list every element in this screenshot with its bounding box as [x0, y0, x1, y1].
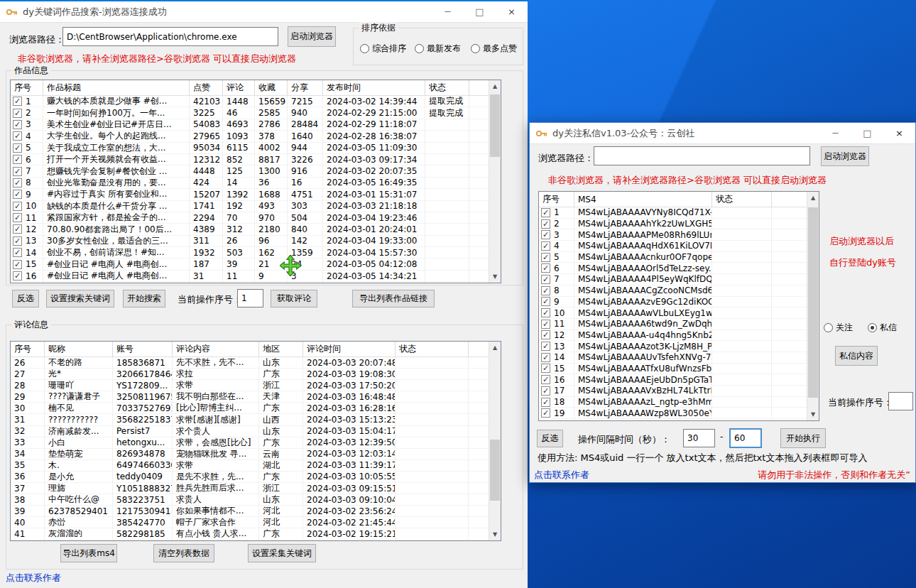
row-checkbox[interactable]: ✓ — [541, 408, 550, 418]
column-header[interactable]: MS4 — [574, 192, 712, 207]
close-button[interactable]: × — [883, 123, 915, 144]
table-row[interactable]: ✓8MS4wLjABAAAACgZcooNCMsd6lm... — [539, 285, 819, 297]
table-row[interactable]: 34垫垫萌宠826934878宠物猫咪批发 寻...云南2024-03-03 1… — [11, 449, 501, 460]
invert-selection-button[interactable]: 反选 — [12, 290, 39, 307]
table-row[interactable]: 33小白hetongxu...求带，会感恩[比心]广东2024-03-03 12… — [11, 437, 501, 449]
table-row[interactable]: 41灰溜溜的582298185有点小钱 贵人求...广东2024-03-02 1… — [11, 528, 501, 540]
launch-browser-button[interactable]: 启动浏览器 — [288, 26, 336, 47]
table-row[interactable]: ✓19MS4wLjABAAAAWzp8WL3050eYir... — [539, 408, 819, 419]
table-row[interactable]: ✓9#内容过于真实 所有要创业和...152071392168847512024… — [11, 189, 501, 200]
clear-list-button[interactable]: 清空列表数据 — [153, 544, 214, 562]
row-checkbox[interactable]: ✓ — [13, 202, 22, 211]
column-header[interactable]: 发布时间 — [323, 80, 425, 96]
column-header[interactable]: 序号 — [11, 80, 43, 96]
table-row[interactable]: ✓17MS4wLjABAAAAVxBzHL74LkTtrE... — [539, 386, 819, 397]
table-row[interactable]: ✓5MS4wLjABAAAAcnkur0OF7qopeq... — [539, 252, 819, 263]
row-checkbox[interactable]: ✓ — [13, 120, 22, 129]
row-checkbox[interactable]: ✓ — [13, 248, 22, 257]
column-header[interactable]: 评论时间 — [303, 342, 396, 357]
row-checkbox[interactable]: ✓ — [541, 275, 550, 284]
row-checkbox[interactable]: ✓ — [541, 297, 550, 306]
current-index-input[interactable] — [888, 392, 913, 410]
table-row[interactable]: 37理旆Y1051888327胜兵先胜而后求...浙江2024-03-03 09… — [11, 483, 501, 494]
maximize-button[interactable]: □ — [851, 123, 883, 144]
dm-radio[interactable] — [868, 323, 877, 332]
table-row[interactable]: ✓1MS4wLjABAAAAVYNy8ICQd71X-n... — [539, 207, 819, 219]
table-row[interactable]: ✓4MS4wLjABAAAAqHdX61KiLOV7LE... — [539, 241, 819, 252]
table-row[interactable]: ✓1270.80.90都套路出局了！00后...4389312218084020… — [11, 224, 501, 235]
table-row[interactable]: 40赤峃385424770帽子厂家求合作河北2024-03-02 21:45:4… — [11, 517, 501, 528]
dm-content-button[interactable]: 私信内容 — [835, 346, 878, 366]
row-checkbox[interactable]: ✓ — [541, 398, 550, 407]
vertical-scrollbar[interactable]: ▲▼ — [807, 192, 819, 420]
export-work-links-button[interactable]: 导出列表作品链接 — [352, 290, 435, 307]
follow-radio[interactable] — [824, 323, 833, 332]
table-row[interactable]: ✓14MS4wLjABAAAAUvTsfehXNVg-7Z... — [539, 352, 819, 364]
column-header[interactable]: 状态 — [712, 192, 772, 207]
column-header[interactable]: 作品标题 — [43, 80, 190, 96]
contact-author-link[interactable]: 点击联系作者 — [534, 469, 589, 481]
table-row[interactable]: ✓10MS4wLjABAAAAwVLbuLXEyg1w-x... — [539, 307, 819, 319]
column-header[interactable] — [772, 192, 808, 207]
scrollbar-thumb[interactable] — [808, 207, 818, 398]
table-row[interactable]: 32济南减龄发...Persist7求个贵人山东2024-03-03 15:04… — [11, 426, 501, 437]
row-checkbox[interactable]: ✓ — [541, 219, 550, 229]
table-row[interactable]: ✓3美术生创业#创业日记#开店日...540834693278628484202… — [11, 119, 501, 131]
browser-path-input[interactable] — [62, 27, 278, 46]
maximize-button[interactable]: □ — [464, 1, 496, 23]
row-checkbox[interactable]: ✓ — [541, 364, 550, 373]
table-row[interactable]: ✓15MS4wLjABAAAATfxU8ufWnzsFbe... — [539, 364, 819, 375]
row-checkbox[interactable]: ✓ — [541, 386, 550, 396]
sort-radio-newest[interactable] — [415, 44, 424, 53]
column-header[interactable]: 账号 — [113, 342, 173, 357]
column-header[interactable]: 序号 — [539, 192, 574, 207]
table-row[interactable]: ✓18MS4wLjABAAAAzL_ngtp-e3hMm4... — [539, 397, 819, 408]
row-checkbox[interactable]: ✓ — [541, 342, 550, 351]
table-row[interactable]: 31???????????35682251837求带[感谢][感谢]山西2024… — [11, 414, 501, 425]
row-checkbox[interactable]: ✓ — [541, 375, 550, 384]
table-row[interactable]: ✓9MS4wLjABAAAAzvE9Gc12diKOOx... — [539, 297, 819, 308]
interval-to-input[interactable] — [729, 428, 762, 448]
table-row[interactable]: 30楠不见70337527691[比心]帮博主纠...广东2024-03-03 … — [11, 403, 501, 414]
vertical-scrollbar[interactable]: ▲▼ — [489, 80, 501, 283]
table-row[interactable]: ✓4大学生创业。每个人的起跑线...27965109337816402024-0… — [11, 131, 501, 142]
current-index-input[interactable] — [237, 289, 263, 307]
column-header[interactable]: 地区 — [259, 342, 303, 357]
table-row[interactable]: 27光*32066178464求拉广东2024-03-03 19:08:30 — [11, 369, 501, 380]
scroll-up-icon[interactable]: ▲ — [807, 192, 819, 204]
scroll-down-icon[interactable]: ▼ — [807, 408, 819, 420]
row-checkbox[interactable]: ✓ — [13, 224, 22, 234]
table-row[interactable]: ✓6MS4wLjABAAAAOrl5dTeLzz-sey... — [539, 263, 819, 274]
row-checkbox[interactable]: ✓ — [13, 178, 22, 187]
scrollbar-thumb[interactable] — [490, 440, 500, 501]
row-checkbox[interactable]: ✓ — [541, 230, 550, 239]
table-row[interactable]: ✓16#创业日记 #电商人 #电商创...3111932024-03-05 14… — [11, 271, 501, 282]
column-header[interactable]: 状态 — [396, 342, 469, 357]
table-row[interactable]: ✓11紧跟国家方针，都是捡金子的...2294709705042024-03-0… — [11, 212, 501, 224]
scroll-down-icon[interactable]: ▼ — [489, 528, 501, 540]
row-checkbox[interactable]: ✓ — [13, 236, 22, 246]
scroll-up-icon[interactable]: ▲ — [489, 342, 501, 354]
row-checkbox[interactable]: ✓ — [13, 143, 22, 153]
table-row[interactable]: 36是小允teddy0409是先不求胜，先...广东2024-03-03 10:… — [11, 472, 501, 483]
row-checkbox[interactable]: ✓ — [541, 353, 550, 362]
row-checkbox[interactable]: ✓ — [541, 330, 550, 339]
browser-path-input[interactable] — [594, 146, 810, 165]
minimize-button[interactable]: ─ — [432, 1, 464, 23]
row-checkbox[interactable]: ✓ — [541, 308, 550, 317]
row-checkbox[interactable]: ✓ — [13, 109, 22, 118]
table-row[interactable]: ✓15#创业日记 #电商人 #电商创...1873921242024-03-05… — [11, 258, 501, 270]
column-header[interactable]: 昵称 — [45, 342, 113, 357]
row-checkbox[interactable]: ✓ — [541, 208, 550, 217]
start-search-button[interactable]: 开始搜索 — [123, 290, 165, 307]
table-row[interactable]: ✓1330多岁女性创业，最适合的三...31126961422024-03-04… — [11, 236, 501, 247]
scroll-down-icon[interactable]: ▼ — [489, 271, 501, 283]
table-row[interactable]: 35木.64974660336求带湖北2024-03-03 11:39:17 — [11, 460, 501, 472]
column-header[interactable] — [469, 80, 490, 96]
table-row[interactable]: 26不老的路185836871先不求胜，先不...山东2024-03-03 20… — [11, 357, 501, 369]
column-header[interactable]: 收藏 — [255, 80, 288, 96]
table-row[interactable]: ✓6打开一个开关视频就会有收益...12312852881732262024-0… — [11, 154, 501, 165]
vertical-scrollbar[interactable]: ▲▼ — [489, 342, 501, 540]
table-row[interactable]: ✓7MS4wLjABAAAA4Pl5eyWqKlfDQM... — [539, 274, 819, 285]
table-row[interactable]: 39623785294011217530941你如果事情都不...河北2024-… — [11, 506, 501, 517]
